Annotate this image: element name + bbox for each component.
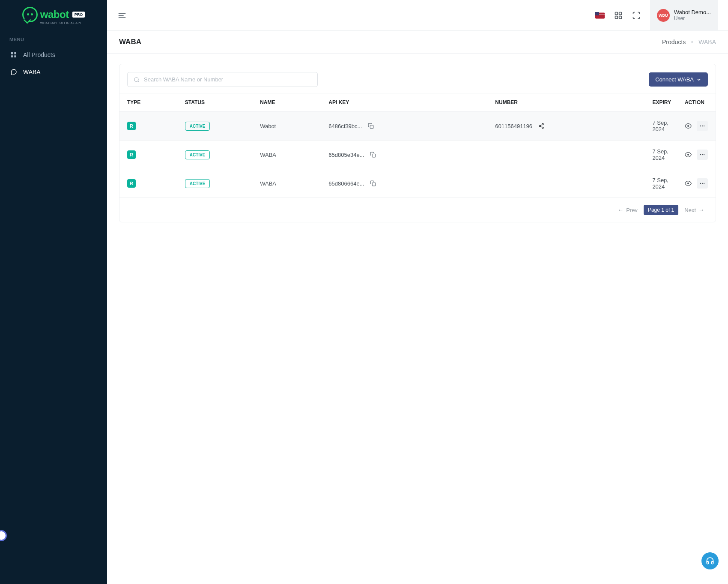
eye-icon[interactable] xyxy=(685,123,692,129)
svg-rect-23 xyxy=(373,154,376,157)
breadcrumb-root[interactable]: Products xyxy=(662,39,686,45)
connect-waba-button[interactable]: Connect WABA xyxy=(649,72,708,87)
grid-icon xyxy=(10,51,17,58)
svg-point-14 xyxy=(542,123,544,125)
status-badge: ACTIVE xyxy=(185,150,210,159)
col-apikey: API KEY xyxy=(322,93,488,112)
topbar: WDU Wabot Demo... User xyxy=(107,0,728,31)
svg-rect-13 xyxy=(370,125,374,129)
cell-number: 601156491196 xyxy=(495,123,532,129)
copy-icon[interactable] xyxy=(370,152,376,158)
more-actions-button[interactable] xyxy=(697,121,708,131)
pagination-next[interactable]: Next → xyxy=(682,205,707,215)
content: Connect WABA TYPE STATUS NAME API KEY NU… xyxy=(107,54,728,584)
svg-point-27 xyxy=(704,154,704,155)
logo-text: wabot xyxy=(40,9,69,21)
cell-name: Wabot xyxy=(253,112,322,141)
col-expiry: EXPIRY xyxy=(645,93,678,112)
whatsapp-icon xyxy=(10,69,17,75)
pagination-current: Page 1 of 1 xyxy=(644,205,678,215)
type-badge: R xyxy=(127,122,136,130)
col-status: STATUS xyxy=(178,93,253,112)
sidebar-item-waba[interactable]: WABA xyxy=(0,63,107,81)
sidebar-item-label: WABA xyxy=(23,69,41,75)
ellipsis-icon xyxy=(699,180,705,186)
svg-line-12 xyxy=(138,81,139,82)
svg-point-11 xyxy=(134,77,138,81)
logo-subtitle: WHATSAPP OFFICIAL API xyxy=(40,21,85,24)
svg-point-22 xyxy=(704,126,704,126)
support-chat-button[interactable] xyxy=(701,552,719,569)
svg-rect-3 xyxy=(14,55,16,57)
search-wrap xyxy=(127,72,318,87)
svg-point-15 xyxy=(539,125,541,127)
svg-point-32 xyxy=(704,183,704,184)
type-badge: R xyxy=(127,150,136,159)
copy-icon[interactable] xyxy=(370,180,376,186)
cell-apikey: 6486cf39bc... xyxy=(328,123,362,129)
search-input[interactable] xyxy=(144,76,311,83)
svg-point-20 xyxy=(700,126,701,126)
svg-point-21 xyxy=(702,126,703,126)
waba-table: TYPE STATUS NAME API KEY NUMBER EXPIRY A… xyxy=(119,93,716,198)
logo-pro-badge: PRO xyxy=(72,12,85,18)
user-role: User xyxy=(674,15,711,21)
svg-point-31 xyxy=(702,183,703,184)
logo-bubble-icon xyxy=(22,7,38,22)
waba-card: Connect WABA TYPE STATUS NAME API KEY NU… xyxy=(119,64,716,222)
svg-rect-0 xyxy=(11,52,13,54)
connect-waba-label: Connect WABA xyxy=(655,76,694,83)
search-icon xyxy=(134,77,140,83)
eye-icon[interactable] xyxy=(685,151,692,158)
svg-line-17 xyxy=(540,126,542,127)
copy-icon[interactable] xyxy=(368,123,374,129)
eye-icon[interactable] xyxy=(685,180,692,187)
hamburger-icon[interactable] xyxy=(117,11,127,20)
logo[interactable]: wabot PRO WHATSAPP OFFICIAL API xyxy=(0,0,107,31)
next-label: Next xyxy=(684,207,696,213)
status-badge: ACTIVE xyxy=(185,179,210,188)
svg-point-29 xyxy=(687,183,689,184)
svg-point-30 xyxy=(700,183,701,184)
avatar: WDU xyxy=(657,9,670,22)
cell-expiry: 7 Sep, 2024 xyxy=(645,112,678,141)
page-header: WABA Products WABA xyxy=(107,31,728,54)
menu-section-label: MENU xyxy=(0,31,107,46)
svg-rect-9 xyxy=(615,16,618,18)
type-badge: R xyxy=(127,179,136,188)
svg-point-16 xyxy=(542,127,544,129)
more-actions-button[interactable] xyxy=(697,178,708,189)
page-title: WABA xyxy=(119,38,141,46)
svg-rect-2 xyxy=(11,55,13,57)
svg-rect-28 xyxy=(373,183,376,186)
prev-label: Prev xyxy=(626,207,638,213)
apps-grid-icon[interactable] xyxy=(614,11,623,20)
cell-name: WABA xyxy=(253,169,322,198)
share-icon[interactable] xyxy=(538,123,544,129)
fullscreen-icon[interactable] xyxy=(632,11,641,20)
cell-apikey: 65d805e34e... xyxy=(328,152,364,158)
pagination: ← Prev Page 1 of 1 Next → xyxy=(119,198,716,222)
sidebar: wabot PRO WHATSAPP OFFICIAL API MENU All… xyxy=(0,0,107,584)
col-name: NAME xyxy=(253,93,322,112)
svg-rect-1 xyxy=(14,52,16,54)
language-flag-us[interactable] xyxy=(595,12,605,19)
cell-name: WABA xyxy=(253,141,322,169)
user-name: Wabot Demo... xyxy=(674,9,711,15)
breadcrumb: Products WABA xyxy=(662,39,716,45)
cell-apikey: 65d806664e... xyxy=(328,180,364,187)
svg-rect-8 xyxy=(619,12,621,15)
chevron-down-icon xyxy=(696,77,701,82)
col-type: TYPE xyxy=(119,93,178,112)
table-row: RACTIVEWABA65d806664e...7 Sep, 2024 xyxy=(119,169,716,198)
more-actions-button[interactable] xyxy=(697,150,708,160)
svg-point-19 xyxy=(687,125,689,127)
ellipsis-icon xyxy=(699,152,705,158)
svg-rect-10 xyxy=(619,16,621,18)
sidebar-item-label: All Products xyxy=(23,51,55,58)
cell-expiry: 7 Sep, 2024 xyxy=(645,169,678,198)
sidebar-item-all-products[interactable]: All Products xyxy=(0,46,107,63)
pagination-prev[interactable]: ← Prev xyxy=(615,205,640,215)
svg-point-26 xyxy=(702,154,703,155)
user-menu[interactable]: WDU Wabot Demo... User xyxy=(650,0,718,31)
